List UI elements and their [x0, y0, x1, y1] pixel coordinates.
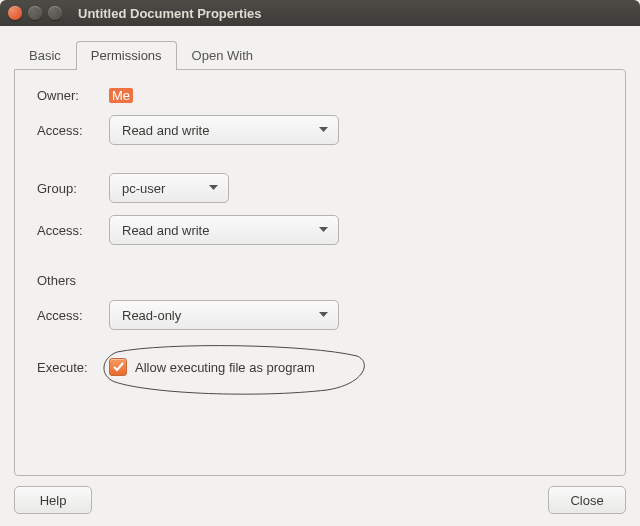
- minimize-window-button[interactable]: [28, 6, 42, 20]
- help-button[interactable]: Help: [14, 486, 92, 514]
- group-value: pc-user: [122, 181, 165, 196]
- chevron-down-icon: [319, 227, 328, 233]
- owner-access-combo[interactable]: Read and write: [109, 115, 339, 145]
- others-label: Others: [37, 273, 76, 288]
- execute-label: Execute:: [37, 360, 109, 375]
- maximize-window-button[interactable]: [48, 6, 62, 20]
- chevron-down-icon: [319, 312, 328, 318]
- owner-value: Me: [109, 88, 133, 103]
- titlebar: Untitled Document Properties: [0, 0, 640, 26]
- execute-checkbox[interactable]: [109, 358, 127, 376]
- permissions-panel: Owner: Me Access: Read and write Group: …: [14, 69, 626, 476]
- others-access-row: Access: Read-only: [37, 300, 603, 330]
- chevron-down-icon: [319, 127, 328, 133]
- window-body: Basic Permissions Open With Owner: Me Ac…: [0, 26, 640, 526]
- others-access-combo[interactable]: Read-only: [109, 300, 339, 330]
- group-access-value: Read and write: [122, 223, 209, 238]
- owner-access-row: Access: Read and write: [37, 115, 603, 145]
- group-label: Group:: [37, 181, 109, 196]
- close-button[interactable]: Close: [548, 486, 626, 514]
- group-access-label: Access:: [37, 223, 109, 238]
- tab-basic[interactable]: Basic: [14, 41, 76, 70]
- others-access-label: Access:: [37, 308, 109, 323]
- execute-checkbox-label: Allow executing file as program: [135, 360, 315, 375]
- group-access-row: Access: Read and write: [37, 215, 603, 245]
- tab-bar: Basic Permissions Open With: [14, 40, 626, 69]
- others-access-value: Read-only: [122, 308, 181, 323]
- owner-row: Owner: Me: [37, 88, 603, 103]
- close-window-button[interactable]: [8, 6, 22, 20]
- execute-row: Execute: Allow executing file as program: [37, 358, 603, 376]
- button-bar: Help Close: [14, 486, 626, 514]
- group-row: Group: pc-user: [37, 173, 603, 203]
- group-access-combo[interactable]: Read and write: [109, 215, 339, 245]
- owner-access-label: Access:: [37, 123, 109, 138]
- owner-access-value: Read and write: [122, 123, 209, 138]
- window-title: Untitled Document Properties: [78, 6, 261, 21]
- tab-permissions[interactable]: Permissions: [76, 41, 177, 70]
- group-combo[interactable]: pc-user: [109, 173, 229, 203]
- tab-open-with[interactable]: Open With: [177, 41, 268, 70]
- owner-label: Owner:: [37, 88, 109, 103]
- chevron-down-icon: [209, 185, 218, 191]
- others-header-row: Others: [37, 273, 603, 288]
